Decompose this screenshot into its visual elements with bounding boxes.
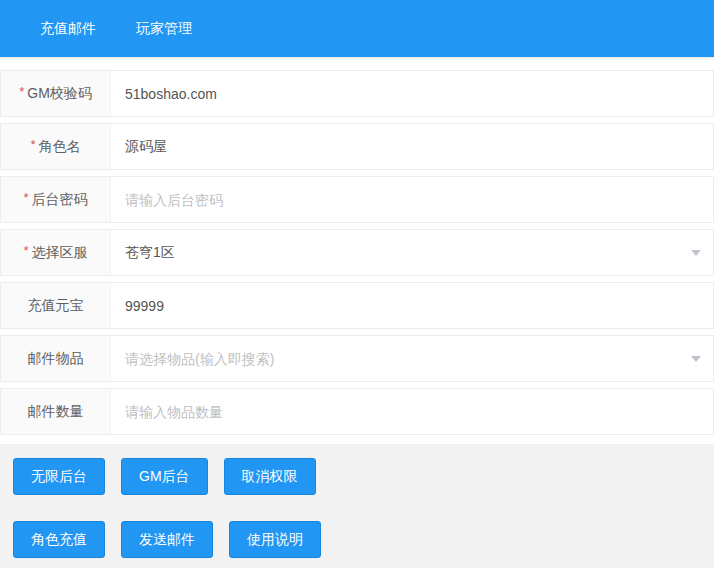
field-label-text: 充值元宝 [28,297,84,315]
usage-guide-button[interactable]: 使用说明 [229,521,321,558]
field-input-cell [111,124,713,169]
field-input-cell [111,230,713,275]
action-buttons-panel: 无限后台 GM后台 取消权限 角色充值 发送邮件 使用说明 [0,444,714,568]
required-asterisk-icon: * [23,190,28,205]
send-mail-button[interactable]: 发送邮件 [121,521,213,558]
required-asterisk-icon: * [23,243,28,258]
form-row-recharge-yuanbao: * 充值元宝 [0,282,714,329]
field-label: * GM校验码 [1,71,111,116]
tab-recharge-mail[interactable]: 充值邮件 [20,0,116,57]
field-label: * 选择区服 [1,230,111,275]
gm-code-input[interactable] [111,71,713,116]
field-input-cell [111,283,713,328]
tab-player-management[interactable]: 玩家管理 [116,0,212,57]
unlimited-backend-button[interactable]: 无限后台 [13,458,105,495]
mail-item-select[interactable] [111,336,713,381]
required-asterisk-icon: * [30,137,35,152]
button-row-1: 无限后台 GM后台 取消权限 [13,458,714,495]
required-asterisk-icon: * [19,84,24,99]
gm-backend-button[interactable]: GM后台 [121,458,208,495]
field-input-cell [111,71,713,116]
field-label-text: 邮件数量 [28,403,84,421]
form-row-server: * 选择区服 [0,229,714,276]
header-tab-bar: 充值邮件 玩家管理 [0,0,714,57]
field-label: * 充值元宝 [1,283,111,328]
button-row-2: 角色充值 发送邮件 使用说明 [13,521,714,558]
field-input-cell [111,177,713,222]
field-label: * 邮件物品 [1,336,111,381]
revoke-permission-button[interactable]: 取消权限 [224,458,316,495]
field-input-cell [111,389,713,434]
field-label-text: 选择区服 [32,244,88,262]
field-label: * 邮件数量 [1,389,111,434]
field-label: * 角色名 [1,124,111,169]
form-row-admin-password: * 后台密码 [0,176,714,223]
role-name-input[interactable] [111,124,713,169]
field-label: * 后台密码 [1,177,111,222]
form-row-mail-item: * 邮件物品 [0,335,714,382]
field-label-text: 邮件物品 [28,350,84,368]
field-label-text: 角色名 [39,138,81,156]
gm-form: * GM校验码 * 角色名 * 后台密码 * 选择区服 [0,70,714,435]
form-row-gm-code: * GM校验码 [0,70,714,117]
admin-password-input[interactable] [111,177,713,222]
mail-quantity-input[interactable] [111,389,713,434]
role-recharge-button[interactable]: 角色充值 [13,521,105,558]
field-input-cell [111,336,713,381]
form-row-role-name: * 角色名 [0,123,714,170]
server-select[interactable] [111,230,713,275]
field-label-text: GM校验码 [27,85,92,103]
field-label-text: 后台密码 [32,191,88,209]
recharge-yuanbao-input[interactable] [111,283,713,328]
form-row-mail-quantity: * 邮件数量 [0,388,714,435]
